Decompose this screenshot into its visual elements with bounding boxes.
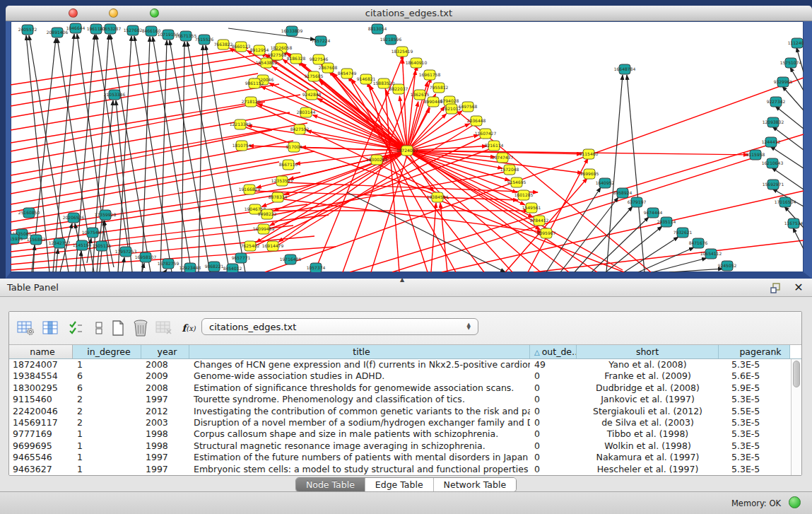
graph-node[interactable]: 8216174 xyxy=(485,141,504,151)
table-row[interactable]: 946554611997Estimation of the future num… xyxy=(9,452,801,463)
graph-node[interactable]: 6379197 xyxy=(628,197,647,207)
graph-node[interactable]: 16961758 xyxy=(419,70,441,80)
graph-edge[interactable] xyxy=(782,86,804,110)
graph-node[interactable]: 12093832 xyxy=(763,117,784,127)
graph-node[interactable]: 7625402 xyxy=(241,241,260,251)
graph-node[interactable]: 1527602 xyxy=(124,25,143,35)
graph-node[interactable]: 8454012 xyxy=(223,264,242,272)
graph-node[interactable]: 917004 xyxy=(286,142,302,152)
graph-edge[interactable] xyxy=(110,35,151,272)
graph-edge[interactable] xyxy=(440,203,447,272)
graph-node[interactable]: 21053346 xyxy=(104,90,126,100)
graph-node[interactable]: 1057374 xyxy=(307,263,326,272)
graph-node[interactable]: 10653287 xyxy=(100,24,122,34)
float-window-icon[interactable] xyxy=(770,281,782,294)
graph-node[interactable]: 15692971 xyxy=(763,180,784,189)
graph-node[interactable]: 16671355 xyxy=(175,31,197,41)
vertical-scrollbar[interactable] xyxy=(791,359,801,475)
graph-node[interactable]: 16033809 xyxy=(281,26,303,36)
graph-node[interactable]: 8471676 xyxy=(689,238,708,248)
graph-edge[interactable] xyxy=(242,126,439,196)
graph-edge[interactable] xyxy=(153,37,192,272)
graph-node[interactable]: 16210643 xyxy=(762,158,784,168)
delete-table-icon[interactable] xyxy=(131,318,151,338)
table-row[interactable]: 1830029562008Estimation of significance … xyxy=(9,382,801,394)
graph-node[interactable]: 8186328 xyxy=(287,54,306,64)
create-table-icon[interactable] xyxy=(108,318,128,338)
graph-node[interactable]: 1167534 xyxy=(784,218,804,228)
graph-node[interactable]: 2405572 xyxy=(18,25,37,35)
tab-network-table[interactable]: Network Table xyxy=(433,478,517,491)
graph-node[interactable]: 8822037 xyxy=(389,84,408,94)
graph-node[interactable]: 8878334 xyxy=(269,192,288,202)
table-row[interactable]: 2242004622012Investigating the contribut… xyxy=(9,406,801,417)
table-row[interactable]: 911546021997Tourette syndrome. Phenomeno… xyxy=(9,394,801,405)
table-settings-icon[interactable] xyxy=(16,318,36,338)
column-header-short[interactable]: short xyxy=(577,345,719,358)
column-header-out_de[interactable]: △out_de… xyxy=(530,345,577,358)
graph-node[interactable]: 10654112 xyxy=(700,249,722,259)
graph-node[interactable]: 12353593 xyxy=(271,176,293,186)
graph-edge[interactable] xyxy=(265,78,804,272)
table-row[interactable]: 977716911998Corpus callosum shape and si… xyxy=(9,428,801,440)
graph-edge[interactable] xyxy=(772,127,804,150)
graph-node[interactable]: 7857224 xyxy=(312,36,331,46)
graph-node[interactable]: 1244412 xyxy=(762,137,781,147)
network-canvas[interactable]: 2405572208914061046644196114710653287152… xyxy=(11,21,804,272)
graph-edge[interactable] xyxy=(142,37,150,272)
graph-node[interactable]: 2036448 xyxy=(467,116,486,126)
row-height-icon[interactable] xyxy=(89,318,109,338)
graph-edge[interactable] xyxy=(431,203,436,272)
scrollbar-thumb[interactable] xyxy=(793,361,800,387)
graph-node[interactable]: 6497568 xyxy=(459,102,478,112)
graph-node[interactable]: 1640952 xyxy=(596,178,615,188)
graph-node[interactable]: 16543862 xyxy=(256,58,278,68)
show-columns-icon[interactable] xyxy=(40,318,60,338)
window-titlebar[interactable]: citations_edges.txt xyxy=(6,6,812,21)
table-row[interactable]: 946362711997Embryonic stem cells: a mode… xyxy=(9,464,801,475)
graph-node[interactable]: 15751074 xyxy=(780,58,802,68)
graph-edge[interactable] xyxy=(775,106,804,129)
graph-edge[interactable] xyxy=(606,75,623,272)
graph-node[interactable]: 9868221 xyxy=(205,262,224,271)
splitter-handle-icon[interactable]: ▲ xyxy=(400,276,404,283)
graph-node[interactable]: 8958924 xyxy=(613,188,632,198)
tab-edge-table[interactable]: Edge Table xyxy=(365,478,433,491)
graph-node[interactable]: 1505135 xyxy=(93,241,112,251)
graph-node[interactable]: 18325419 xyxy=(392,47,413,57)
table-row[interactable]: 969969511998Structural magnetic resonanc… xyxy=(9,440,801,452)
graph-node[interactable]: 17359928 xyxy=(95,210,117,220)
graph-node[interactable]: 8115958 xyxy=(746,150,765,160)
graph-node[interactable]: 17957253 xyxy=(115,247,137,257)
graph-node[interactable]: 2867608 xyxy=(319,63,338,73)
graph-node[interactable]: 1362615 xyxy=(411,90,430,100)
column-header-title[interactable]: title xyxy=(189,345,530,358)
table-row[interactable]: 1456911722003Disruption of a novel membe… xyxy=(9,417,801,428)
selection-mode-icon[interactable] xyxy=(66,318,86,338)
table-row[interactable]: 1872400712008Changes of HCN gene express… xyxy=(9,359,801,370)
graph-node[interactable]: 20891406 xyxy=(47,28,69,37)
graph-node[interactable]: 16914479 xyxy=(262,241,284,251)
graph-node[interactable]: 1601285 xyxy=(514,190,534,200)
graph-node[interactable]: 8095967 xyxy=(537,228,556,238)
graph-node[interactable]: 17016504 xyxy=(775,197,796,207)
close-icon[interactable]: ✕ xyxy=(792,281,805,294)
graph-node[interactable]: 1549561 xyxy=(522,203,541,213)
graph-node[interactable]: 3915915 xyxy=(11,234,23,244)
graph-node[interactable]: 18640910 xyxy=(406,58,428,68)
graph-node[interactable]: 1112404 xyxy=(788,38,804,48)
graph-node[interactable]: 9474444 xyxy=(644,208,663,218)
graph-node[interactable]: 19384554 xyxy=(427,192,449,202)
graph-node[interactable]: 25160850 xyxy=(18,208,40,218)
graph-node[interactable]: 1046644 xyxy=(66,23,86,33)
graph-node[interactable]: 7515526 xyxy=(195,35,214,45)
graph-edge[interactable] xyxy=(11,123,307,175)
graph-node[interactable]: 1572048 xyxy=(500,165,519,175)
table-selector-combo[interactable]: citations_edges.txt ▲▼ xyxy=(201,318,478,335)
graph-node[interactable]: 9329965 xyxy=(774,77,793,87)
graph-node[interactable]: 9154695 xyxy=(507,177,526,187)
column-header-name[interactable]: name xyxy=(9,345,73,358)
graph-edge[interactable] xyxy=(318,98,407,151)
graph-node[interactable]: 16648784 xyxy=(614,64,636,74)
function-builder-icon[interactable]: f(x) xyxy=(179,318,199,338)
